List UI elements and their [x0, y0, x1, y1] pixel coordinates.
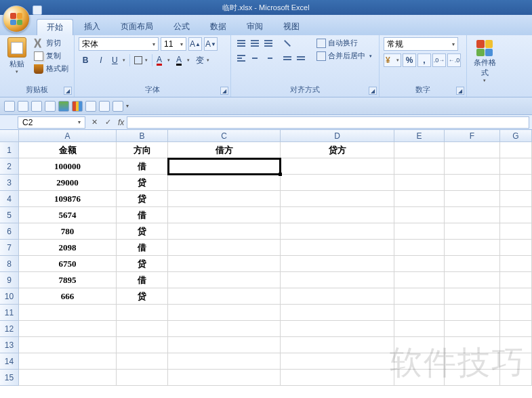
cell-B7[interactable]: 借: [117, 240, 168, 256]
decrease-decimal-button[interactable]: ←.0: [447, 53, 461, 67]
align-middle-button[interactable]: [249, 37, 261, 49]
orientation-button[interactable]: [281, 37, 293, 49]
col-header-A[interactable]: A: [19, 130, 117, 142]
cell-G6[interactable]: [500, 223, 532, 240]
cell-D11[interactable]: [281, 305, 394, 321]
format-painter-button[interactable]: 格式刷: [33, 63, 70, 74]
cell-E5[interactable]: [394, 207, 445, 223]
name-box[interactable]: C2▾: [18, 116, 85, 129]
cell-F5[interactable]: [445, 207, 500, 223]
cell-G2[interactable]: [500, 158, 532, 175]
cell-A3[interactable]: 29000: [19, 175, 117, 191]
cell-C5[interactable]: [168, 207, 281, 223]
tab-data[interactable]: 数据: [201, 19, 236, 35]
cell-G13[interactable]: [500, 337, 532, 353]
tab-insert[interactable]: 插入: [75, 19, 110, 35]
cell-E3[interactable]: [394, 175, 445, 191]
cell-E11[interactable]: [394, 305, 445, 321]
cell-E10[interactable]: [394, 288, 445, 305]
cell-C2[interactable]: [168, 158, 281, 175]
cell-D6[interactable]: [281, 223, 394, 240]
cell-G15[interactable]: [500, 370, 532, 386]
tab-review[interactable]: 审阅: [237, 19, 272, 35]
cut-button[interactable]: 剪切: [33, 37, 70, 49]
align-launcher[interactable]: ◢: [369, 87, 377, 95]
cell-C8[interactable]: [168, 256, 281, 272]
cell-B10[interactable]: 贷: [117, 288, 168, 305]
row-header-12[interactable]: 12: [0, 321, 19, 337]
cell-G14[interactable]: [500, 353, 532, 370]
italic-button[interactable]: I: [94, 53, 108, 67]
paste-button[interactable]: 粘贴 ▾: [4, 37, 30, 83]
cell-D1[interactable]: 贷方: [281, 142, 394, 158]
row-header-10[interactable]: 10: [0, 288, 19, 305]
cell-B15[interactable]: [117, 370, 168, 386]
cell-E14[interactable]: [394, 353, 445, 370]
cell-C3[interactable]: [168, 175, 281, 191]
enter-entry-button[interactable]: ✓: [102, 116, 114, 129]
font-launcher[interactable]: ◢: [220, 87, 228, 95]
cell-D7[interactable]: [281, 240, 394, 256]
cell-D3[interactable]: [281, 175, 394, 191]
cell-B8[interactable]: 贷: [117, 256, 168, 272]
cell-F15[interactable]: [445, 370, 500, 386]
row-header-13[interactable]: 13: [0, 337, 19, 353]
merge-center-button[interactable]: 合并后居中▾: [314, 50, 375, 62]
cell-E13[interactable]: [394, 337, 445, 353]
cell-G11[interactable]: [500, 305, 532, 321]
cell-F1[interactable]: [445, 142, 500, 158]
cell-C4[interactable]: [168, 191, 281, 207]
conditional-format-button[interactable]: 条件格式 ▾: [471, 37, 498, 85]
row-header-9[interactable]: 9: [0, 272, 19, 288]
row-header-11[interactable]: 11: [0, 305, 19, 321]
bold-button[interactable]: B: [79, 53, 92, 67]
cell-C1[interactable]: 借方: [168, 142, 281, 158]
cell-G4[interactable]: [500, 191, 532, 207]
row-header-5[interactable]: 5: [0, 207, 19, 223]
cell-B14[interactable]: [117, 353, 168, 370]
cell-C6[interactable]: [168, 223, 281, 240]
cell-C7[interactable]: [168, 240, 281, 256]
col-header-D[interactable]: D: [281, 130, 394, 142]
cell-G9[interactable]: [500, 272, 532, 288]
cell-D13[interactable]: [281, 337, 394, 353]
col-header-C[interactable]: C: [168, 130, 281, 142]
tab-home[interactable]: 开始: [37, 19, 73, 35]
font-size-combo[interactable]: 11▾: [161, 37, 186, 51]
cell-B6[interactable]: 贷: [117, 223, 168, 240]
cell-A14[interactable]: [19, 353, 117, 370]
cell-D5[interactable]: [281, 207, 394, 223]
cell-A4[interactable]: 109876: [19, 191, 117, 207]
align-left-button[interactable]: [235, 52, 247, 64]
fx-icon[interactable]: fx: [118, 118, 124, 127]
col-header-B[interactable]: B: [117, 130, 168, 142]
row-header-3[interactable]: 3: [0, 175, 19, 191]
cell-F14[interactable]: [445, 353, 500, 370]
cell-G8[interactable]: [500, 256, 532, 272]
cell-B9[interactable]: 借: [117, 272, 168, 288]
copy-button[interactable]: 复制: [33, 50, 70, 62]
clipboard-launcher[interactable]: ◢: [64, 87, 72, 95]
qat2-dash-icon[interactable]: [85, 101, 96, 112]
cell-G5[interactable]: [500, 207, 532, 223]
cell-C13[interactable]: [168, 337, 281, 353]
cell-B1[interactable]: 方向: [117, 142, 168, 158]
qat2-new-icon[interactable]: [18, 101, 28, 112]
cell-D15[interactable]: [281, 370, 394, 386]
cell-A12[interactable]: [19, 321, 117, 337]
row-header-1[interactable]: 1: [0, 142, 19, 158]
cell-B11[interactable]: [117, 305, 168, 321]
font-name-combo[interactable]: 宋体▾: [79, 37, 159, 51]
number-launcher[interactable]: ◢: [456, 87, 464, 95]
row-header-14[interactable]: 14: [0, 353, 19, 370]
col-header-F[interactable]: F: [445, 130, 500, 142]
cell-G12[interactable]: [500, 321, 532, 337]
cell-D10[interactable]: [281, 288, 394, 305]
cell-A1[interactable]: 金额: [19, 142, 117, 158]
cell-A2[interactable]: 100000: [19, 158, 117, 175]
cell-A13[interactable]: [19, 337, 117, 353]
cell-F8[interactable]: [445, 256, 500, 272]
row-header-2[interactable]: 2: [0, 158, 19, 175]
qat2-redo-icon[interactable]: [45, 101, 56, 112]
cell-F10[interactable]: [445, 288, 500, 305]
